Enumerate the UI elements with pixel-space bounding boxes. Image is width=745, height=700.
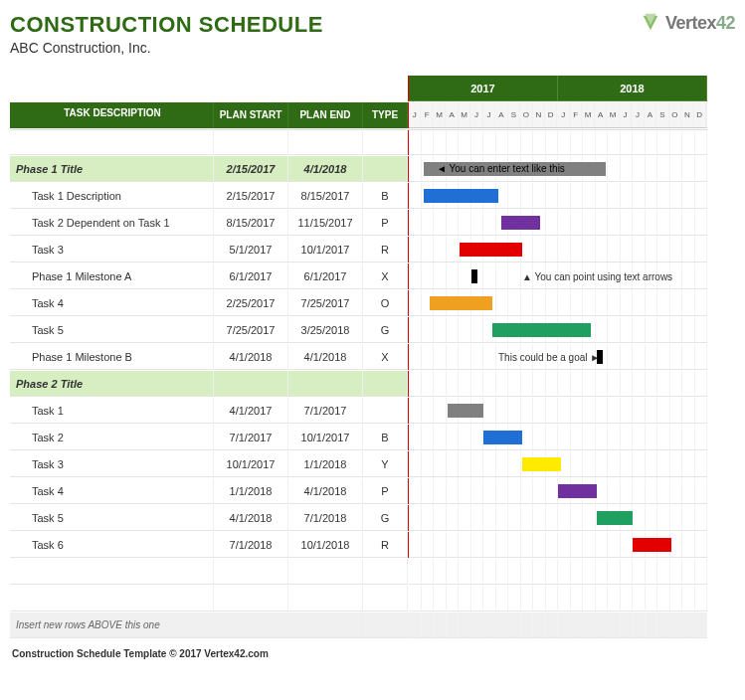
type-cell[interactable] [363,398,408,424]
task-cell[interactable]: Phase 2 Title [10,371,214,397]
gantt-bar [424,189,498,203]
end-cell[interactable]: 3/25/2018 [288,317,363,343]
type-cell[interactable]: P [363,478,408,504]
year-header-2018: 2018 [558,76,707,101]
blank [214,76,288,101]
type-cell[interactable]: P [363,210,408,236]
end-cell[interactable]: 10/1/2018 [288,532,363,558]
spacer [363,129,408,155]
start-cell[interactable]: 6/1/2017 [214,263,288,289]
type-cell[interactable] [363,156,408,182]
logo-mark-icon [640,12,661,34]
end-cell[interactable]: 7/1/2018 [288,505,363,531]
end-cell[interactable]: 7/1/2017 [288,398,363,424]
task-cell[interactable]: Phase 1 Milestone B [10,344,214,370]
type-cell[interactable] [363,371,408,397]
type-cell[interactable]: Y [363,451,408,477]
empty[interactable] [288,586,363,612]
task-cell[interactable]: Task 1 [10,398,214,424]
end-cell[interactable]: 4/1/2018 [288,344,363,370]
copyright: Construction Schedule Template © 2017 Ve… [10,638,735,659]
end-cell[interactable]: 8/15/2017 [288,183,363,209]
start-cell[interactable]: 4/1/2018 [214,344,288,370]
task-cell[interactable]: Phase 1 Title [10,156,214,182]
end-cell[interactable]: 4/1/2018 [288,478,363,504]
type-cell[interactable]: X [363,344,408,370]
task-cell[interactable]: Task 5 [10,317,214,343]
col-task: TASK DESCRIPTION [10,102,214,128]
gantt-bar [483,431,522,444]
type-cell[interactable]: B [363,183,408,209]
task-cell[interactable]: Task 2 [10,425,214,450]
type-cell[interactable]: R [363,237,408,262]
task-cell[interactable]: Task 4 [10,478,214,504]
start-cell[interactable]: 7/1/2018 [214,532,288,558]
type-cell[interactable]: X [363,263,408,289]
empty[interactable] [214,559,288,585]
end-cell[interactable]: 11/15/2017 [288,210,363,236]
start-cell[interactable]: 7/1/2017 [214,425,288,450]
gantt-spacer [409,129,707,155]
gantt-bar [633,538,671,552]
month-label: J [620,102,632,127]
type-cell[interactable]: G [363,317,408,343]
footer [214,612,288,638]
end-cell[interactable]: 7/25/2017 [288,290,363,316]
empty[interactable] [363,559,408,585]
task-cell[interactable]: Task 3 [10,237,214,262]
empty[interactable] [288,559,363,585]
gantt-bar [460,243,522,257]
blank [363,76,408,101]
end-cell[interactable]: 6/1/2017 [288,263,363,289]
empty[interactable] [363,586,408,612]
empty[interactable] [10,586,214,612]
task-cell[interactable]: Task 2 Dependent on Task 1 [10,210,214,236]
end-cell[interactable]: 10/1/2017 [288,425,363,450]
month-label: D [545,102,557,127]
gantt-cell [409,451,707,477]
start-cell[interactable]: 2/15/2017 [214,156,288,182]
type-cell[interactable]: O [363,290,408,316]
type-cell[interactable]: G [363,505,408,531]
start-cell[interactable]: 7/25/2017 [214,317,288,343]
type-cell[interactable]: B [363,425,408,450]
start-cell[interactable]: 5/1/2017 [214,237,288,262]
gantt-cell [409,210,707,236]
year-header-2017: 2017 [409,76,558,101]
end-cell[interactable] [288,371,363,397]
month-header: JFMAMJJASONDJFMAMJJASOND [409,102,707,128]
month-label: F [421,102,433,127]
start-cell[interactable]: 2/25/2017 [214,290,288,316]
task-cell[interactable]: Task 5 [10,505,214,531]
task-cell[interactable]: Task 1 Description [10,183,214,209]
type-cell[interactable]: R [363,532,408,558]
start-cell[interactable]: 10/1/2017 [214,451,288,477]
task-cell[interactable]: Task 3 [10,451,214,477]
task-cell[interactable]: Task 4 [10,290,214,316]
end-cell[interactable]: 1/1/2018 [288,451,363,477]
gantt-cell [409,371,707,397]
empty[interactable] [214,586,288,612]
start-cell[interactable]: 4/1/2018 [214,505,288,531]
spacer [214,129,288,155]
month-label: D [694,102,706,127]
start-cell[interactable]: 4/1/2017 [214,398,288,424]
col-type: TYPE [363,102,408,128]
task-cell[interactable]: Task 6 [10,532,214,558]
gantt-bar [501,216,540,230]
blank [288,76,363,101]
start-cell[interactable] [214,371,288,397]
task-cell[interactable]: Phase 1 Milestone A [10,263,214,289]
month-label: A [595,102,607,127]
gantt-footer [409,612,707,638]
start-cell[interactable]: 1/1/2018 [214,478,288,504]
empty[interactable] [10,559,214,585]
start-cell[interactable]: 8/15/2017 [214,210,288,236]
gantt-bar [597,511,633,525]
end-cell[interactable]: 10/1/2017 [288,237,363,262]
month-label: J [557,102,569,127]
footer [288,612,363,638]
end-cell[interactable]: 4/1/2018 [288,156,363,182]
month-label: S [656,102,668,127]
start-cell[interactable]: 2/15/2017 [214,183,288,209]
